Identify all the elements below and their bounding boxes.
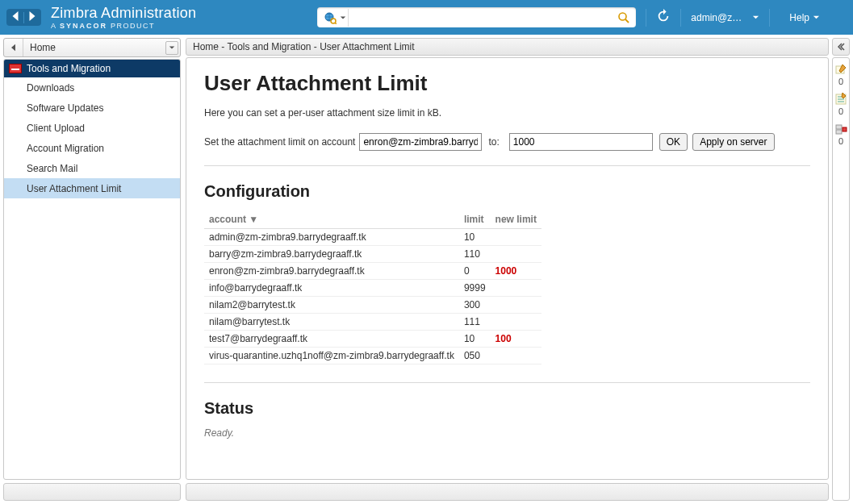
cell-account: virus-quarantine.uzhq1noff@zm-zimbra9.ba… <box>204 348 459 364</box>
cell-account: barry@zm-zimbra9.barrydegraaff.tk <box>204 246 459 263</box>
sidebar-root-label: Tools and Migration <box>27 63 111 74</box>
cell-newlimit: 100 <box>491 331 541 348</box>
svg-rect-10 <box>836 125 842 129</box>
sidebar-root[interactable]: Tools and Migration <box>4 60 180 77</box>
cell-limit: 111 <box>459 314 491 331</box>
cell-limit: 0 <box>459 263 491 280</box>
status-section: Status Ready. <box>204 382 810 439</box>
cell-limit: 300 <box>459 297 491 314</box>
table-row: nilam@barrytest.tk111 <box>204 314 541 331</box>
sidebar-item[interactable]: Search Mail <box>4 158 180 178</box>
form-prefix: Set the attachment limit on account <box>204 136 355 148</box>
chevron-left-icon <box>837 43 845 51</box>
cell-limit: 9999 <box>459 280 491 297</box>
svg-rect-11 <box>836 130 842 134</box>
cell-limit: 050 <box>459 348 491 364</box>
table-row: barry@zm-zimbra9.barrydegraaff.tk110 <box>204 246 541 263</box>
brand-subtitle: A SYNACOR PRODUCT <box>51 22 196 30</box>
ok-button[interactable]: OK <box>659 133 688 151</box>
back-icon[interactable] <box>11 11 20 23</box>
page-description: Here you can set a per-user attachment s… <box>204 107 810 119</box>
table-row: nilam2@barrytest.tk300 <box>204 297 541 314</box>
refresh-button[interactable] <box>656 9 671 26</box>
svg-rect-12 <box>843 127 847 131</box>
rail-count-3: 0 <box>838 136 843 146</box>
sidebar-item[interactable]: Client Upload <box>4 118 180 138</box>
nav-dropdown[interactable]: Home <box>3 38 181 57</box>
table-row: admin@zm-zimbra9.barrydegraaff.tk10 <box>204 229 541 246</box>
col-newlimit[interactable]: new limit <box>491 210 541 229</box>
cell-limit: 10 <box>459 331 491 348</box>
cell-newlimit <box>491 297 541 314</box>
limit-input[interactable] <box>509 133 653 151</box>
cell-account: info@barrydegraaff.tk <box>204 280 459 297</box>
cell-newlimit <box>491 314 541 331</box>
rail-collapse-button[interactable] <box>832 38 850 56</box>
table-row: enron@zm-zimbra9.barrydegraaff.tk01000 <box>204 263 541 280</box>
sidebar-item[interactable]: Account Migration <box>4 138 180 158</box>
page-title: User Attachment Limit <box>204 71 810 96</box>
search-input[interactable] <box>352 9 615 26</box>
col-account[interactable]: account ▼ <box>204 210 459 229</box>
rail-count-2: 0 <box>838 106 843 116</box>
brand: Zimbra Administration A SYNACOR PRODUCT <box>51 5 196 30</box>
sidebar-item[interactable]: Software Updates <box>4 98 180 118</box>
global-search <box>317 7 636 27</box>
search-icon <box>617 11 630 24</box>
apply-button[interactable]: Apply on server <box>692 133 774 151</box>
table-row: virus-quarantine.uzhq1noff@zm-zimbra9.ba… <box>204 348 541 364</box>
col-limit[interactable]: limit <box>459 210 491 229</box>
rail-count-1: 0 <box>838 77 843 86</box>
brand-title: Zimbra Administration <box>51 5 196 22</box>
svg-line-2 <box>335 23 337 24</box>
cell-limit: 110 <box>459 246 491 263</box>
content: User Attachment Limit Here you can set a… <box>186 57 829 480</box>
tools-icon <box>9 64 22 73</box>
note-list-icon[interactable] <box>834 93 847 106</box>
user-menu[interactable]: admin@zm-… <box>691 12 759 23</box>
nav-arrows <box>6 9 41 26</box>
search-scope-dropdown[interactable] <box>320 9 349 27</box>
sidebar-item[interactable]: User Attachment Limit <box>4 178 180 198</box>
user-label: admin@zm-… <box>691 12 749 23</box>
table-row: test7@barrydegraaff.tk10100 <box>204 331 541 348</box>
forward-icon[interactable] <box>27 11 36 23</box>
config-title: Configuration <box>204 182 810 201</box>
left-column: Home Tools and Migration DownloadsSoftwa… <box>3 38 181 501</box>
right-column: Home - Tools and Migration - User Attach… <box>186 38 850 501</box>
status-text: Ready. <box>204 427 810 439</box>
svg-line-4 <box>625 19 629 23</box>
cell-account: test7@barrydegraaff.tk <box>204 331 459 348</box>
cell-newlimit <box>491 246 541 263</box>
table-row: info@barrydegraaff.tk9999 <box>204 280 541 297</box>
server-status-icon[interactable] <box>834 123 847 135</box>
cell-account: admin@zm-zimbra9.barrydegraaff.tk <box>204 229 459 246</box>
right-rail: 0 0 0 <box>832 38 850 501</box>
config-table: account ▼ limit new limit admin@zm-zimbr… <box>204 210 541 364</box>
globe-search-icon <box>324 11 337 24</box>
nav-dropdown-toggle[interactable] <box>165 41 178 55</box>
chevron-down-icon <box>752 14 759 21</box>
help-label: Help <box>789 12 809 23</box>
note-edit-icon[interactable] <box>834 63 847 76</box>
help-menu[interactable]: Help <box>789 12 820 23</box>
account-input[interactable] <box>359 133 482 151</box>
nav-dropdown-label: Home <box>23 42 164 53</box>
cell-account: nilam@barrytest.tk <box>204 314 459 331</box>
topbar: Zimbra Administration A SYNACOR PRODUCT … <box>0 0 853 35</box>
cell-account: nilam2@barrytest.tk <box>204 297 459 314</box>
sidebar-item[interactable]: Downloads <box>4 77 180 98</box>
cell-account: enron@zm-zimbra9.barrydegraaff.tk <box>204 263 459 280</box>
cell-newlimit <box>491 280 541 297</box>
nav-back-icon[interactable] <box>4 39 23 56</box>
breadcrumb: Home - Tools and Migration - User Attach… <box>186 38 829 56</box>
to-label: to: <box>488 136 499 148</box>
refresh-icon <box>656 9 671 23</box>
search-button[interactable] <box>615 9 633 27</box>
chevron-down-icon <box>813 14 820 21</box>
cell-newlimit <box>491 348 541 364</box>
cell-newlimit: 1000 <box>491 263 541 280</box>
main: Home Tools and Migration DownloadsSoftwa… <box>0 35 853 504</box>
status-title: Status <box>204 399 810 418</box>
content-footer <box>186 483 829 501</box>
